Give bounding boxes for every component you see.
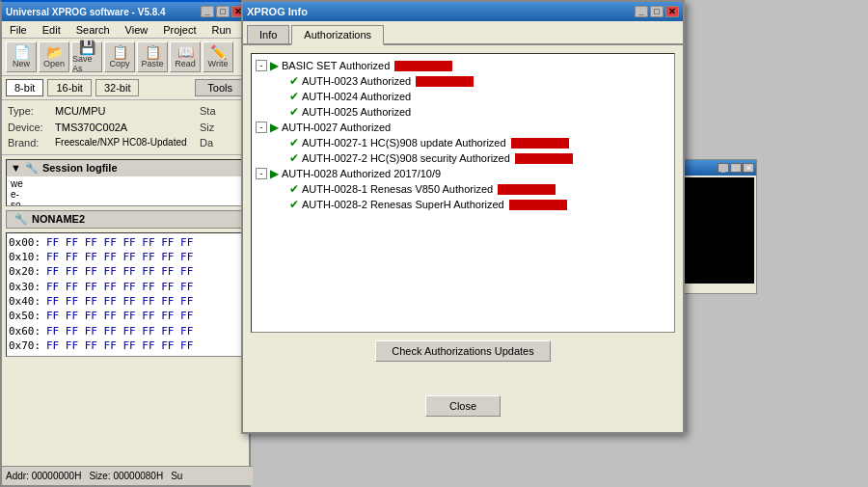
session-content: we e- so: [7, 176, 244, 205]
menu-bar: File Edit Search View Project Run Tools: [2, 21, 249, 39]
menu-run[interactable]: Run: [207, 23, 234, 37]
session-line-2: e-: [11, 189, 240, 200]
session-expand-icon: ▼: [11, 162, 21, 174]
menu-search[interactable]: Search: [72, 23, 114, 37]
hex-values: FF FF FF FF FF FF FF FF: [46, 338, 242, 353]
auth-panel[interactable]: -▶BASIC SET Authorized✔AUTH-0023 Authori…: [251, 53, 675, 333]
auth-text: AUTH-0024 Authorized: [302, 91, 411, 102]
save-as-button[interactable]: 💾 Save As: [71, 41, 102, 72]
hex-addr: 0x20:: [9, 264, 42, 279]
8bit-button[interactable]: 8-bit: [6, 79, 43, 96]
auth-text: AUTH-0023 Authorized: [302, 75, 411, 87]
auth-text: AUTH-0028 Authorized 2017/10/9: [282, 168, 441, 179]
check-icon: ✔: [289, 74, 299, 88]
main-title-buttons: _ □ ✕: [201, 6, 245, 17]
dialog-minimize-button[interactable]: _: [635, 6, 648, 17]
maximize-button[interactable]: □: [216, 6, 230, 17]
hex-values: FF FF FF FF FF FF FF FF: [46, 309, 242, 323]
menu-edit[interactable]: Edit: [39, 23, 65, 37]
paste-label: Paste: [141, 59, 163, 68]
redacted-block: [515, 153, 573, 164]
tabs-container: Info Authorizations: [243, 21, 683, 45]
dat-label: Da: [200, 135, 243, 151]
save-icon: 💾: [79, 41, 95, 54]
toolbar: 📄 New 📂 Open 💾 Save As 📋 Copy 📋 Paste 📖 …: [2, 39, 249, 76]
session-title: Session logfile: [42, 162, 118, 174]
auth-item: ✔AUTH-0027-1 HC(S)908 update Authorized: [256, 135, 670, 150]
dialog-close-button[interactable]: ✕: [665, 6, 679, 17]
open-button[interactable]: 📂 Open: [39, 41, 69, 72]
check-icon: ✔: [289, 105, 299, 119]
hex-row: 0x30:FF FF FF FF FF FF FF FF: [9, 280, 242, 294]
session-panel: ▼ 🔧 Session logfile we e- so: [6, 159, 245, 206]
dialog-title: XPROG Info: [247, 6, 308, 17]
arrow-icon: ▶: [270, 59, 279, 72]
hex-addr: 0x10:: [9, 250, 42, 264]
hex-row: 0x50:FF FF FF FF FF FF FF FF: [9, 309, 242, 323]
main-window: Universal XPROG software - V5.8.4 _ □ ✕ …: [0, 0, 251, 487]
16bit-button[interactable]: 16-bit: [47, 79, 92, 96]
dialog-title-bar: XPROG Info _ □ ✕: [243, 2, 683, 21]
expand-button[interactable]: -: [256, 60, 267, 71]
new-icon: 📄: [14, 45, 30, 59]
read-button[interactable]: 📖 Read: [170, 41, 201, 72]
sub-minimize-button[interactable]: _: [718, 163, 729, 173]
hex-row: 0x00:FF FF FF FF FF FF FF FF: [9, 235, 242, 250]
hex-values: FF FF FF FF FF FF FF FF: [46, 235, 242, 250]
minimize-button[interactable]: _: [201, 6, 214, 17]
sub-close-button[interactable]: ✕: [743, 163, 754, 173]
read-icon: 📖: [177, 45, 194, 59]
menu-project[interactable]: Project: [159, 23, 200, 37]
check-icon: ✔: [289, 198, 299, 211]
hex-row: 0x70:FF FF FF FF FF FF FF FF: [9, 338, 242, 353]
siz-label: Siz: [200, 120, 243, 136]
device-row: Device: TMS370C002A Siz: [8, 120, 243, 136]
auth-item: ✔AUTH-0027-2 HC(S)908 security Authorize…: [256, 150, 670, 166]
close-dialog-button[interactable]: Close: [425, 395, 501, 417]
dialog-title-buttons: _ □ ✕: [635, 6, 679, 17]
tab-info[interactable]: Info: [247, 25, 289, 43]
brand-row: Brand: Freescale/NXP HC08-Updated Da: [8, 135, 243, 151]
session-line-1: we: [11, 178, 240, 189]
menu-file[interactable]: File: [6, 23, 31, 37]
dialog-maximize-button[interactable]: □: [650, 6, 664, 17]
expand-button[interactable]: -: [256, 122, 267, 133]
expand-button[interactable]: -: [256, 168, 267, 179]
session-icon: 🔧: [25, 162, 39, 175]
device-label: Device:: [8, 120, 51, 136]
tools-button[interactable]: Tools: [195, 79, 245, 96]
session-line-3: so: [11, 200, 240, 205]
paste-button[interactable]: 📋 Paste: [137, 41, 168, 72]
redacted-block: [394, 61, 452, 71]
auth-text: AUTH-0027 Authorized: [282, 122, 391, 133]
hex-addr: 0x50:: [9, 309, 42, 323]
hex-row: 0x40:FF FF FF FF FF FF FF FF: [9, 294, 242, 309]
auth-item: -▶BASIC SET Authorized: [256, 58, 670, 73]
tab-authorizations[interactable]: Authorizations: [291, 25, 384, 45]
arrow-icon: ▶: [270, 121, 279, 134]
bit-toolbar: 8-bit 16-bit 32-bit Tools: [2, 76, 249, 100]
redacted-block: [416, 76, 474, 87]
save-label: Save As: [72, 54, 101, 73]
copy-button[interactable]: 📋 Copy: [104, 41, 135, 72]
write-button[interactable]: ✏️ Write: [203, 41, 233, 72]
hex-display: 0x00:FF FF FF FF FF FF FF FF0x10:FF FF F…: [6, 232, 245, 357]
hex-values: FF FF FF FF FF FF FF FF: [46, 264, 242, 279]
32bit-button[interactable]: 32-bit: [95, 79, 140, 96]
main-title-bar: Universal XPROG software - V5.8.4 _ □ ✕: [2, 2, 249, 21]
new-button[interactable]: 📄 New: [6, 41, 37, 72]
write-label: Write: [208, 59, 229, 68]
menu-view[interactable]: View: [122, 23, 152, 37]
type-label: Type:: [8, 103, 51, 120]
noname-header: 🔧 NONAME2: [6, 210, 245, 229]
hex-row: 0x10:FF FF FF FF FF FF FF FF: [9, 250, 242, 264]
type-value: MCU/MPU: [55, 103, 106, 120]
main-window-title: Universal XPROG software - V5.8.4: [6, 7, 166, 17]
sta-label: Sta: [200, 103, 243, 120]
read-label: Read: [175, 59, 196, 68]
session-header[interactable]: ▼ 🔧 Session logfile: [7, 160, 244, 176]
auth-item: -▶AUTH-0028 Authorized 2017/10/9: [256, 166, 670, 181]
sub-maximize-button[interactable]: □: [730, 163, 742, 173]
noname-title: NONAME2: [32, 213, 85, 225]
check-authorizations-button[interactable]: Check Authorizations Updates: [375, 340, 550, 362]
